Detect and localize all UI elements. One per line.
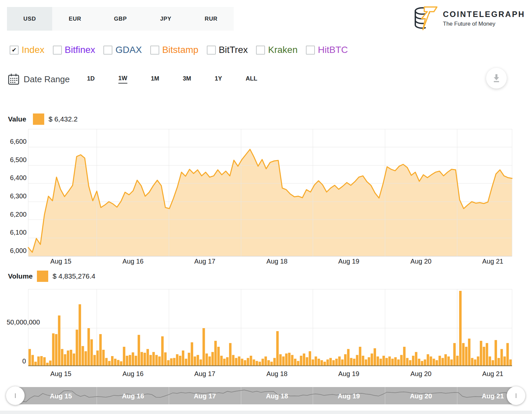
value-legend-swatch <box>33 113 44 125</box>
checkbox-index[interactable]: ✔ <box>10 46 19 55</box>
calendar-icon <box>8 73 19 85</box>
checkbox-hitbtc[interactable] <box>306 46 315 55</box>
axis-label: Aug 15 <box>50 370 71 377</box>
range-1y[interactable]: 1Y <box>215 75 222 83</box>
date-range-options: 1D 1W 1M 3M 1Y ALL <box>87 75 281 84</box>
volume-legend-title: Volume <box>8 272 33 280</box>
date-range-label: Date Range <box>24 74 70 85</box>
value-legend-amount: $ 6,432.2 <box>49 115 78 123</box>
range-3m[interactable]: 3M <box>183 75 191 83</box>
checkbox-bittrex[interactable] <box>207 46 216 55</box>
axis-label: Aug 19 <box>338 370 359 377</box>
axis-label: Aug 18 <box>266 258 287 265</box>
checkbox-gdax[interactable] <box>103 46 112 55</box>
logo-title: COINTELEGRAPH <box>443 10 525 19</box>
axis-label: 6,100 <box>10 229 27 236</box>
axis-label: Aug 21 <box>482 370 503 377</box>
axis-label: 6,400 <box>10 174 27 181</box>
logo-tagline: The Future of Money <box>443 21 525 27</box>
tab-jpy[interactable]: JPY <box>143 7 188 31</box>
currency-tabbar: USD EUR GBP JPY RUR <box>7 7 234 31</box>
exchange-index[interactable]: ✔ Index <box>10 45 45 55</box>
tab-gbp[interactable]: GBP <box>98 7 143 31</box>
axis-label: Aug 15 <box>50 258 71 265</box>
coin-lightning-icon <box>412 5 438 31</box>
axis-label: 6,500 <box>10 156 27 163</box>
tab-usd[interactable]: USD <box>7 7 52 31</box>
volume-bars <box>29 291 512 365</box>
axis-label: Aug 17 <box>194 370 215 377</box>
checkbox-bitfinex[interactable] <box>53 46 62 55</box>
axis-label: 6,300 <box>10 192 27 200</box>
volume-legend-swatch <box>37 271 48 282</box>
cointelegraph-logo: COINTELEGRAPH The Future of Money <box>412 5 525 31</box>
tab-rur[interactable]: RUR <box>189 7 234 31</box>
exchange-bitfinex[interactable]: Bitfinex <box>53 45 95 55</box>
download-icon <box>492 74 501 83</box>
checkbox-bitstamp[interactable] <box>150 46 159 55</box>
axis-label: Aug 16 <box>122 370 143 377</box>
value-line <box>28 149 512 252</box>
axis-label: 6,000 <box>10 247 27 254</box>
axis-label: Aug 16 <box>122 258 143 265</box>
exchange-label: Bitfinex <box>65 45 95 55</box>
axis-label: 6,200 <box>10 211 27 218</box>
value-legend: Value $ 6,432.2 <box>8 113 77 125</box>
exchange-label: Index <box>22 45 45 55</box>
handle-grip <box>516 393 516 398</box>
volume-legend-amount: $ 4,835,276.4 <box>53 272 95 280</box>
exchange-hitbtc[interactable]: HitBTC <box>306 45 348 55</box>
range-1w[interactable]: 1W <box>118 75 127 84</box>
volume-legend: Volume $ 4,835,276.4 <box>8 271 95 282</box>
axis-label: Aug 21 <box>482 258 503 265</box>
exchange-gdax[interactable]: GDAX <box>103 45 142 55</box>
exchange-label: BitTrex <box>219 45 248 55</box>
tab-eur[interactable]: EUR <box>52 7 97 31</box>
axis-label: Aug 17 <box>194 258 215 265</box>
axis-label: Aug 19 <box>338 258 359 265</box>
navigator-right-handle[interactable] <box>507 386 525 405</box>
value-chart: 6,6006,5006,4006,3006,2006,1006,000Aug 1… <box>10 129 512 265</box>
exchange-bitstamp[interactable]: Bitstamp <box>150 45 199 55</box>
exchange-bittrex[interactable]: BitTrex <box>207 45 248 55</box>
download-button[interactable] <box>486 68 507 89</box>
exchange-kraken[interactable]: Kraken <box>256 45 298 55</box>
range-all[interactable]: ALL <box>246 75 257 83</box>
charts-canvas: 6,6006,5006,4006,3006,2006,1006,000Aug 1… <box>0 0 532 414</box>
value-legend-title: Value <box>8 115 26 123</box>
handle-grip <box>15 393 16 398</box>
exchange-label: HitBTC <box>318 45 348 55</box>
volume-chart: 50,000,0000Aug 15Aug 16Aug 17Aug 18Aug 1… <box>7 289 512 377</box>
axis-label: 0 <box>22 357 26 365</box>
axis-label: Aug 18 <box>266 370 287 377</box>
checkbox-kraken[interactable] <box>256 46 265 55</box>
exchange-label: Bitstamp <box>162 45 199 55</box>
navigator-left-handle[interactable] <box>6 386 25 405</box>
value-area-fill <box>28 149 512 256</box>
exchange-label: GDAX <box>115 45 142 55</box>
axis-label: 6,600 <box>10 138 27 145</box>
logo-text: COINTELEGRAPH The Future of Money <box>443 10 525 27</box>
range-1d[interactable]: 1D <box>87 75 95 83</box>
axis-label: 50,000,000 <box>7 318 40 326</box>
exchange-label: Kraken <box>268 45 298 55</box>
time-navigator-band[interactable] <box>13 387 517 404</box>
date-range-row: Date Range 1D 1W 1M 3M 1Y ALL <box>8 71 281 87</box>
bottom-scrollbar-track[interactable] <box>0 411 532 414</box>
exchange-filter-row: ✔ Index Bitfinex GDAX Bitstamp BitTrex K… <box>10 45 356 55</box>
axis-label: Aug 20 <box>410 258 431 265</box>
axis-label: Aug 20 <box>410 370 431 377</box>
range-1m[interactable]: 1M <box>151 75 159 83</box>
